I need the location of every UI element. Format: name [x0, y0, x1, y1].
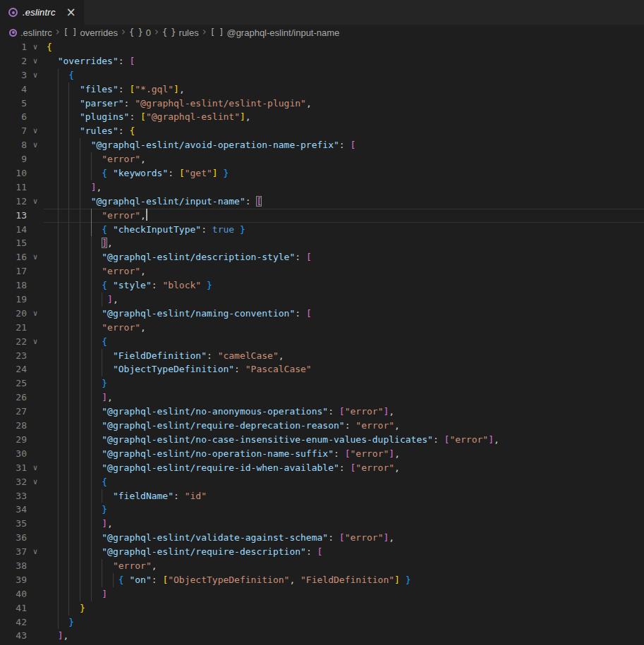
- code-line[interactable]: 4 "files": ["*.gql"],: [0, 82, 644, 97]
- token: "@graphql-eslint/require-description": [102, 546, 306, 557]
- fold-gutter: [27, 321, 44, 335]
- breadcrumb-item-rules[interactable]: { } rules: [162, 27, 199, 38]
- code-line-content: "FieldDefinition": "camelCase",: [44, 349, 644, 363]
- code-line[interactable]: 6 "plugins": ["@graphql-eslint"],: [0, 110, 644, 124]
- line-number: 3: [0, 68, 27, 82]
- code-line[interactable]: 37∨ "@graphql-eslint/require-description…: [0, 545, 644, 559]
- code-line[interactable]: 17 "error",: [0, 264, 644, 278]
- token: [201, 280, 207, 290]
- code-line[interactable]: 36 "@graphql-eslint/validate-against-sch…: [0, 531, 644, 545]
- indent-guide: [68, 152, 69, 166]
- code-line[interactable]: 29 "@graphql-eslint/no-case-insensitive-…: [0, 433, 644, 447]
- token: [: [306, 308, 312, 319]
- code-line[interactable]: 14 { "checkInputType": true }: [0, 223, 644, 237]
- indent-guide: [102, 349, 102, 363]
- indent-guide: [68, 138, 69, 152]
- breadcrumb-item-file[interactable]: .eslintrc: [9, 27, 52, 38]
- code-line[interactable]: 38 "error",: [0, 559, 644, 573]
- code-line-content: ],: [44, 180, 644, 195]
- code-line[interactable]: 20∨ "@graphql-eslint/naming-convention":…: [0, 307, 644, 321]
- indent-guide: [80, 447, 80, 461]
- code-line[interactable]: 24 "ObjectTypeDefinition": "PascalCase": [0, 362, 644, 376]
- code-line[interactable]: 26 ],: [0, 391, 644, 405]
- fold-chevron-icon[interactable]: ∨: [27, 475, 44, 489]
- fold-chevron-icon[interactable]: ∨: [27, 68, 44, 82]
- line-number: 34: [0, 503, 27, 517]
- tab-eslintrc[interactable]: .eslintrc ×: [0, 0, 84, 25]
- token: {: [102, 224, 107, 235]
- fold-chevron-icon[interactable]: ∨: [27, 335, 44, 349]
- code-line[interactable]: 9 "error",: [0, 152, 644, 166]
- code-line[interactable]: 3∨ {: [0, 68, 644, 82]
- code-line[interactable]: 33 "fieldName": "id": [0, 489, 644, 503]
- indent-guide: [58, 419, 59, 433]
- code-line[interactable]: 8∨ "@graphql-eslint/avoid-operation-name…: [0, 138, 644, 152]
- fold-chevron-icon[interactable]: ∨: [27, 40, 44, 54]
- code-line[interactable]: 31∨ "@graphql-eslint/require-id-when-ava…: [0, 461, 644, 475]
- bracket-match: ]: [102, 238, 107, 248]
- indent-guide: [91, 531, 92, 545]
- token: {: [102, 280, 107, 290]
- code-line[interactable]: 41 }: [0, 601, 644, 615]
- fold-chevron-icon[interactable]: ∨: [27, 195, 44, 209]
- breadcrumb-item-overrides[interactable]: [ ] overrides: [63, 27, 118, 38]
- code-line[interactable]: 15 ],: [0, 236, 644, 250]
- indent-guide: [68, 517, 69, 531]
- code-line[interactable]: 21 "error",: [0, 321, 644, 335]
- indent-guide: [68, 82, 69, 97]
- code-line[interactable]: 18 { "style": "block" }: [0, 278, 644, 293]
- code-line[interactable]: 23 "FieldDefinition": "camelCase",: [0, 349, 644, 363]
- code-line[interactable]: 5 "parser": "@graphql-eslint/eslint-plug…: [0, 97, 644, 111]
- code-line[interactable]: 12∨ "@graphql-eslint/input-name": [: [0, 195, 644, 209]
- code-line[interactable]: 30 "@graphql-eslint/no-operation-name-su…: [0, 447, 644, 461]
- code-line[interactable]: 11 ],: [0, 180, 644, 195]
- code-line-content: "@graphql-eslint/require-deprecation-rea…: [44, 419, 644, 433]
- fold-chevron-icon[interactable]: ∨: [27, 124, 44, 138]
- code-line[interactable]: 22∨ {: [0, 335, 644, 349]
- code-line[interactable]: 34 }: [0, 503, 644, 517]
- code-line[interactable]: 7∨ "rules": {: [0, 124, 644, 138]
- code-line[interactable]: 1∨{: [0, 40, 644, 54]
- code-line[interactable]: 32∨ {: [0, 475, 644, 489]
- fold-chevron-icon[interactable]: ∨: [27, 250, 44, 264]
- code-line-content: "@graphql-eslint/avoid-operation-name-pr…: [44, 138, 644, 152]
- indent-guide: [58, 335, 59, 349]
- code-line[interactable]: 13 "error",: [0, 209, 644, 223]
- code-line[interactable]: 39 { "on": ["ObjectTypeDefinition", "Fie…: [0, 573, 644, 587]
- token: :: [119, 56, 130, 66]
- fold-chevron-icon[interactable]: ∨: [27, 307, 44, 321]
- token: [400, 575, 406, 585]
- code-line[interactable]: 19 ],: [0, 293, 644, 307]
- fold-chevron-icon[interactable]: ∨: [27, 461, 44, 475]
- fold-chevron-icon[interactable]: ∨: [27, 138, 44, 152]
- fold-chevron-icon[interactable]: ∨: [27, 54, 44, 68]
- code-line[interactable]: 25 }: [0, 376, 644, 391]
- token: ,: [389, 532, 394, 543]
- breadcrumb-item-input-name[interactable]: [ ] @graphql-eslint/input-name: [210, 27, 340, 38]
- code-line[interactable]: 42 }: [0, 615, 644, 629]
- code-line-content: "error",: [44, 152, 644, 166]
- breadcrumb-item-0[interactable]: { } 0: [129, 27, 151, 38]
- fold-gutter: [27, 293, 44, 307]
- indent-guide: [58, 138, 59, 152]
- indent-guide: [80, 166, 80, 180]
- code-line[interactable]: 27 "@graphql-eslint/no-anonymous-operati…: [0, 405, 644, 419]
- fold-chevron-icon[interactable]: ∨: [27, 545, 44, 559]
- code-line[interactable]: 40 ]: [0, 587, 644, 601]
- code-editor[interactable]: 1∨{2∨ "overrides": [3∨ {4 "files": ["*.g…: [0, 40, 644, 645]
- indent-guide: [58, 68, 59, 82]
- code-line[interactable]: 10 { "keywords": ["get"] }: [0, 166, 644, 180]
- fold-gutter: [27, 531, 44, 545]
- code-line[interactable]: 28 "@graphql-eslint/require-deprecation-…: [0, 419, 644, 433]
- token: "plugins": [80, 111, 129, 122]
- token: ]: [488, 434, 494, 445]
- code-line[interactable]: 43 ],: [0, 629, 644, 643]
- code-line[interactable]: 35 ],: [0, 517, 644, 531]
- token: :: [328, 532, 339, 543]
- indent-guide: [68, 250, 69, 264]
- code-line-content: "@graphql-eslint/input-name": [: [44, 195, 644, 209]
- code-line[interactable]: 2∨ "overrides": [: [0, 54, 644, 68]
- code-line[interactable]: 16∨ "@graphql-eslint/description-style":…: [0, 250, 644, 264]
- close-icon[interactable]: ×: [66, 6, 76, 18]
- indent-guide: [80, 405, 80, 419]
